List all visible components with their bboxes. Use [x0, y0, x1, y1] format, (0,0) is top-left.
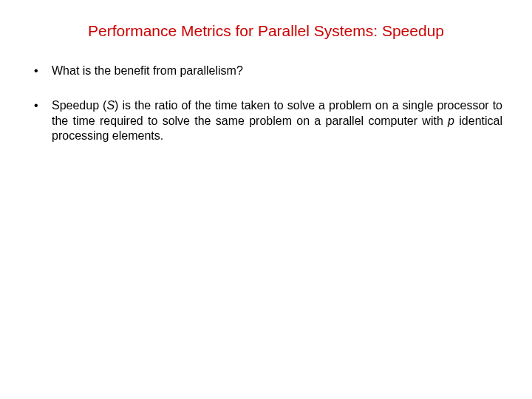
text-segment: Speedup (	[52, 99, 106, 112]
text-segment: ) is the ratio of the time taken to solv…	[52, 99, 502, 127]
bullet-text: What is the benefit from parallelism?	[52, 64, 502, 79]
variable-p: p	[448, 115, 454, 127]
list-item: • What is the benefit from parallelism?	[30, 64, 502, 79]
page-title: Performance Metrics for Parallel Systems…	[52, 22, 480, 40]
list-item: • Speedup (S) is the ratio of the time t…	[30, 98, 502, 144]
bullet-marker: •	[30, 98, 52, 144]
bullet-text: Speedup (S) is the ratio of the time tak…	[52, 98, 502, 144]
bullet-marker: •	[30, 64, 52, 79]
variable-s: S	[106, 99, 115, 112]
content-area: • What is the benefit from parallelism? …	[22, 64, 510, 144]
